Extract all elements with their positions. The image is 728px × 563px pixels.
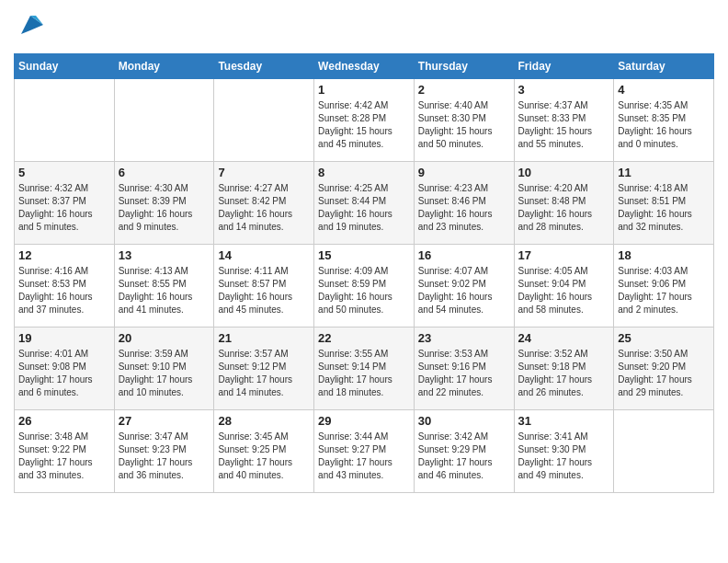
- day-number: 24: [518, 331, 610, 345]
- day-number: 2: [418, 83, 510, 97]
- calendar-cell: 29Sunrise: 3:44 AM Sunset: 9:27 PM Dayli…: [314, 410, 415, 493]
- day-info: Sunrise: 4:40 AM Sunset: 8:30 PM Dayligh…: [418, 99, 510, 151]
- day-number: 11: [618, 166, 710, 179]
- day-header-sunday: Sunday: [15, 54, 115, 79]
- day-info: Sunrise: 3:45 AM Sunset: 9:25 PM Dayligh…: [218, 431, 310, 482]
- day-info: Sunrise: 4:32 AM Sunset: 8:37 PM Dayligh…: [18, 182, 110, 234]
- day-info: Sunrise: 4:27 AM Sunset: 8:42 PM Dayligh…: [218, 182, 310, 234]
- day-header-saturday: Saturday: [614, 54, 714, 79]
- day-info: Sunrise: 3:52 AM Sunset: 9:18 PM Dayligh…: [518, 348, 610, 399]
- calendar-cell: 13Sunrise: 4:13 AM Sunset: 8:55 PM Dayli…: [114, 245, 214, 327]
- day-info: Sunrise: 3:48 AM Sunset: 9:22 PM Dayligh…: [18, 431, 110, 482]
- day-number: 22: [318, 331, 410, 345]
- day-info: Sunrise: 4:25 AM Sunset: 8:44 PM Dayligh…: [318, 182, 410, 234]
- day-number: 15: [318, 248, 410, 262]
- calendar-cell: [114, 79, 214, 162]
- day-info: Sunrise: 4:16 AM Sunset: 8:53 PM Dayligh…: [18, 265, 110, 316]
- day-info: Sunrise: 3:50 AM Sunset: 9:20 PM Dayligh…: [618, 348, 710, 399]
- day-header-tuesday: Tuesday: [214, 54, 314, 79]
- day-number: 5: [18, 166, 110, 179]
- day-number: 17: [518, 248, 610, 262]
- page-header: [14, 14, 714, 40]
- day-info: Sunrise: 4:09 AM Sunset: 8:59 PM Dayligh…: [318, 265, 410, 316]
- day-info: Sunrise: 4:20 AM Sunset: 8:48 PM Dayligh…: [518, 182, 610, 234]
- calendar-cell: 21Sunrise: 3:57 AM Sunset: 9:12 PM Dayli…: [214, 327, 314, 410]
- day-number: 21: [218, 331, 310, 345]
- day-number: 30: [418, 414, 510, 428]
- day-info: Sunrise: 4:13 AM Sunset: 8:55 PM Dayligh…: [119, 265, 210, 316]
- calendar-cell: 16Sunrise: 4:07 AM Sunset: 9:02 PM Dayli…: [414, 245, 514, 327]
- calendar-cell: [15, 79, 115, 162]
- calendar-cell: 26Sunrise: 3:48 AM Sunset: 9:22 PM Dayli…: [15, 410, 115, 493]
- day-number: 29: [318, 414, 410, 428]
- day-info: Sunrise: 3:42 AM Sunset: 9:29 PM Dayligh…: [418, 431, 510, 482]
- calendar-cell: 11Sunrise: 4:18 AM Sunset: 8:51 PM Dayli…: [614, 162, 714, 245]
- day-info: Sunrise: 4:37 AM Sunset: 8:33 PM Dayligh…: [518, 99, 610, 151]
- day-number: 31: [518, 414, 610, 428]
- day-header-friday: Friday: [514, 54, 614, 79]
- day-info: Sunrise: 4:07 AM Sunset: 9:02 PM Dayligh…: [418, 265, 510, 316]
- day-info: Sunrise: 4:01 AM Sunset: 9:08 PM Dayligh…: [18, 348, 110, 399]
- day-number: 28: [218, 414, 310, 428]
- calendar-cell: 20Sunrise: 3:59 AM Sunset: 9:10 PM Dayli…: [114, 327, 214, 410]
- calendar-header-row: SundayMondayTuesdayWednesdayThursdayFrid…: [15, 54, 714, 79]
- calendar-cell: 24Sunrise: 3:52 AM Sunset: 9:18 PM Dayli…: [514, 327, 614, 410]
- day-number: 16: [418, 248, 510, 262]
- day-number: 10: [518, 166, 610, 179]
- calendar-cell: [214, 79, 314, 162]
- day-info: Sunrise: 3:55 AM Sunset: 9:14 PM Dayligh…: [318, 348, 410, 399]
- day-number: 3: [518, 83, 610, 97]
- calendar-table: SundayMondayTuesdayWednesdayThursdayFrid…: [14, 53, 714, 493]
- day-number: 7: [218, 166, 310, 179]
- day-info: Sunrise: 4:18 AM Sunset: 8:51 PM Dayligh…: [618, 182, 710, 234]
- svg-marker-0: [21, 16, 43, 34]
- day-number: 9: [418, 166, 510, 179]
- calendar-week-row: 26Sunrise: 3:48 AM Sunset: 9:22 PM Dayli…: [15, 410, 714, 493]
- day-number: 26: [18, 414, 110, 428]
- day-number: 27: [119, 414, 210, 428]
- calendar-cell: 8Sunrise: 4:25 AM Sunset: 8:44 PM Daylig…: [314, 162, 415, 245]
- calendar-cell: 10Sunrise: 4:20 AM Sunset: 8:48 PM Dayli…: [514, 162, 614, 245]
- calendar-cell: 12Sunrise: 4:16 AM Sunset: 8:53 PM Dayli…: [15, 245, 115, 327]
- calendar-cell: 31Sunrise: 3:41 AM Sunset: 9:30 PM Dayli…: [514, 410, 614, 493]
- day-info: Sunrise: 4:23 AM Sunset: 8:46 PM Dayligh…: [418, 182, 510, 234]
- day-info: Sunrise: 4:11 AM Sunset: 8:57 PM Dayligh…: [218, 265, 310, 316]
- day-info: Sunrise: 4:42 AM Sunset: 8:28 PM Dayligh…: [318, 99, 410, 151]
- logo: [14, 14, 43, 40]
- day-info: Sunrise: 4:30 AM Sunset: 8:39 PM Dayligh…: [119, 182, 210, 234]
- calendar-cell: 5Sunrise: 4:32 AM Sunset: 8:37 PM Daylig…: [15, 162, 115, 245]
- calendar-week-row: 12Sunrise: 4:16 AM Sunset: 8:53 PM Dayli…: [15, 245, 714, 327]
- day-info: Sunrise: 3:44 AM Sunset: 9:27 PM Dayligh…: [318, 431, 410, 482]
- calendar-cell: 22Sunrise: 3:55 AM Sunset: 9:14 PM Dayli…: [314, 327, 415, 410]
- day-info: Sunrise: 4:03 AM Sunset: 9:06 PM Dayligh…: [618, 265, 710, 316]
- calendar-cell: 30Sunrise: 3:42 AM Sunset: 9:29 PM Dayli…: [414, 410, 514, 493]
- day-info: Sunrise: 3:47 AM Sunset: 9:23 PM Dayligh…: [119, 431, 210, 482]
- calendar-cell: 6Sunrise: 4:30 AM Sunset: 8:39 PM Daylig…: [114, 162, 214, 245]
- calendar-cell: 7Sunrise: 4:27 AM Sunset: 8:42 PM Daylig…: [214, 162, 314, 245]
- day-info: Sunrise: 4:05 AM Sunset: 9:04 PM Dayligh…: [518, 265, 610, 316]
- calendar-cell: 15Sunrise: 4:09 AM Sunset: 8:59 PM Dayli…: [314, 245, 415, 327]
- day-info: Sunrise: 3:57 AM Sunset: 9:12 PM Dayligh…: [218, 348, 310, 399]
- day-number: 25: [618, 331, 710, 345]
- day-number: 12: [18, 248, 110, 262]
- calendar-cell: 9Sunrise: 4:23 AM Sunset: 8:46 PM Daylig…: [414, 162, 514, 245]
- day-number: 23: [418, 331, 510, 345]
- calendar-cell: [614, 410, 714, 493]
- calendar-week-row: 19Sunrise: 4:01 AM Sunset: 9:08 PM Dayli…: [15, 327, 714, 410]
- calendar-cell: 17Sunrise: 4:05 AM Sunset: 9:04 PM Dayli…: [514, 245, 614, 327]
- day-header-wednesday: Wednesday: [314, 54, 415, 79]
- calendar-cell: 19Sunrise: 4:01 AM Sunset: 9:08 PM Dayli…: [15, 327, 115, 410]
- day-number: 18: [618, 248, 710, 262]
- day-number: 8: [318, 166, 410, 179]
- calendar-cell: 18Sunrise: 4:03 AM Sunset: 9:06 PM Dayli…: [614, 245, 714, 327]
- calendar-cell: 23Sunrise: 3:53 AM Sunset: 9:16 PM Dayli…: [414, 327, 514, 410]
- day-info: Sunrise: 3:53 AM Sunset: 9:16 PM Dayligh…: [418, 348, 510, 399]
- calendar-cell: 25Sunrise: 3:50 AM Sunset: 9:20 PM Dayli…: [614, 327, 714, 410]
- calendar-cell: 28Sunrise: 3:45 AM Sunset: 9:25 PM Dayli…: [214, 410, 314, 493]
- day-number: 1: [318, 83, 410, 97]
- day-header-monday: Monday: [114, 54, 214, 79]
- calendar-week-row: 1Sunrise: 4:42 AM Sunset: 8:28 PM Daylig…: [15, 79, 714, 162]
- day-info: Sunrise: 3:59 AM Sunset: 9:10 PM Dayligh…: [119, 348, 210, 399]
- calendar-cell: 1Sunrise: 4:42 AM Sunset: 8:28 PM Daylig…: [314, 79, 415, 162]
- calendar-cell: 4Sunrise: 4:35 AM Sunset: 8:35 PM Daylig…: [614, 79, 714, 162]
